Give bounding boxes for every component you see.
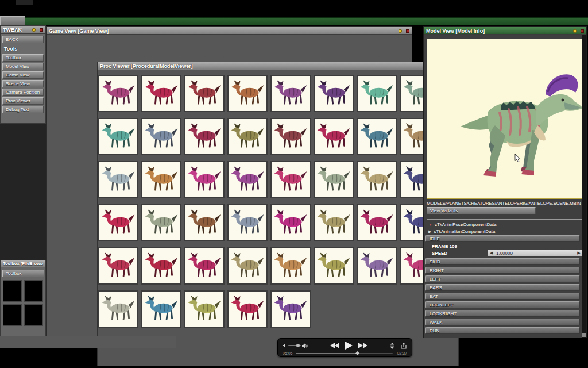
file-slot[interactable] <box>3 280 22 302</box>
creature-card[interactable] <box>141 204 181 241</box>
volume-mute-icon[interactable] <box>283 343 287 348</box>
seek-bar[interactable] <box>296 353 393 354</box>
tweak-titlebar[interactable]: TWEAK <box>1 26 45 34</box>
anim-button-idle[interactable]: IDLE <box>425 235 580 242</box>
creature-card[interactable] <box>141 75 181 112</box>
anim-button-skid[interactable]: SKID <box>425 258 580 265</box>
minimize-icon[interactable] <box>573 29 577 33</box>
detach-icon[interactable] <box>389 343 395 349</box>
corner-tab[interactable] <box>0 16 25 25</box>
creature-card[interactable] <box>184 161 225 198</box>
back-button[interactable]: BACK <box>2 36 44 43</box>
creature-card[interactable] <box>270 75 311 112</box>
fast-forward-button[interactable] <box>358 343 368 348</box>
creature-card[interactable] <box>141 161 181 198</box>
creature-card[interactable] <box>141 247 181 285</box>
creature-card[interactable] <box>98 247 138 285</box>
game-view-titlebar[interactable]: Game View [Game View] <box>47 27 412 35</box>
seek-knob[interactable] <box>355 351 359 355</box>
toolbox-titlebar[interactable]: Toolbox [FileBrowser] <box>1 260 45 267</box>
collapse-triangle-icon[interactable]: ▼ <box>428 223 432 227</box>
spinner-decrement-icon[interactable]: ◀ <box>488 251 495 255</box>
creature-thumbnail <box>230 251 265 282</box>
creature-card[interactable] <box>357 75 397 112</box>
share-icon[interactable] <box>401 343 407 349</box>
creature-card[interactable] <box>98 118 138 155</box>
creature-card[interactable] <box>98 161 138 198</box>
toolbox-button[interactable]: Toolbox <box>2 270 44 277</box>
creature-card[interactable] <box>357 118 397 155</box>
tweak-button-scene-view[interactable]: Scene View <box>2 80 44 87</box>
anim-button-right[interactable]: RIGHT <box>425 267 580 274</box>
tweak-button-toolbox[interactable]: Toolbox <box>2 54 44 62</box>
creature-card[interactable] <box>98 204 138 241</box>
creature-card[interactable] <box>314 75 354 112</box>
play-button[interactable] <box>345 342 353 350</box>
view-variants-button[interactable]: View Variants <box>427 207 536 214</box>
proc-viewer-titlebar[interactable]: Proc Viewer [ProceduralModelViewer] <box>98 62 458 70</box>
anim-button-walk[interactable]: WALK <box>425 319 580 325</box>
creature-card[interactable] <box>357 161 397 198</box>
volume-slider[interactable] <box>288 345 301 346</box>
tweak-button-debug-text[interactable]: Debug Text <box>2 106 44 113</box>
creature-card[interactable] <box>270 290 311 328</box>
creature-card[interactable] <box>314 161 354 198</box>
rewind-button[interactable] <box>330 343 339 348</box>
anim-button-run[interactable]: RUN <box>425 327 580 334</box>
creature-card[interactable] <box>184 118 225 155</box>
component-row-animpose[interactable]: ▼ cTkAnimPoseComponentData <box>428 222 578 227</box>
creature-card[interactable] <box>270 204 311 241</box>
creature-card[interactable] <box>270 161 311 198</box>
minimize-icon[interactable] <box>399 29 402 33</box>
close-icon[interactable] <box>581 29 584 33</box>
creature-card[interactable] <box>227 118 268 155</box>
minimize-icon[interactable] <box>32 28 36 32</box>
creature-card[interactable] <box>314 204 354 241</box>
anim-button-left[interactable]: LEFT <box>425 275 580 282</box>
creature-card[interactable] <box>357 247 397 285</box>
anim-button-lookleft[interactable]: LOOKLEFT <box>425 301 580 308</box>
creature-card[interactable] <box>270 247 311 285</box>
anim-button-eat[interactable]: EAT <box>425 293 580 300</box>
creature-card[interactable] <box>357 204 397 241</box>
resize-grip[interactable] <box>582 334 586 337</box>
creature-thumbnail <box>273 164 308 195</box>
scrollbar-track[interactable] <box>582 35 586 338</box>
creature-card[interactable] <box>314 118 354 155</box>
creature-thumbnail <box>359 121 394 152</box>
anim-button-ears[interactable]: EARS <box>425 284 580 291</box>
file-slot[interactable] <box>3 304 22 326</box>
volume-knob[interactable] <box>296 344 300 347</box>
creature-card[interactable] <box>270 118 311 155</box>
model-viewport[interactable] <box>427 39 583 199</box>
creature-card[interactable] <box>184 204 225 241</box>
close-icon[interactable] <box>40 28 43 32</box>
tweak-button-game-view[interactable]: Game View <box>2 71 44 79</box>
creature-card[interactable] <box>227 290 268 328</box>
file-slot[interactable] <box>24 304 43 326</box>
tweak-button-model-view[interactable]: Model View <box>2 63 44 70</box>
anim-button-lookright[interactable]: LOOKRIGHT <box>425 310 580 317</box>
model-view-titlebar[interactable]: Model View [Model Info] <box>424 27 586 35</box>
creature-card[interactable] <box>184 290 225 328</box>
creature-card[interactable] <box>98 75 138 112</box>
tweak-button-proc-viewer[interactable]: Proc Viewer <box>2 97 44 105</box>
creature-card[interactable] <box>184 75 225 112</box>
creature-card[interactable] <box>98 290 138 328</box>
creature-card[interactable] <box>184 247 225 285</box>
creature-card[interactable] <box>141 118 181 155</box>
creature-card[interactable] <box>314 247 354 285</box>
empty-dock-area <box>0 124 46 260</box>
creature-card[interactable] <box>227 75 268 112</box>
speed-spinner[interactable]: ◀ 1.00000 ▶ <box>488 250 583 256</box>
expand-triangle-icon[interactable]: ▶ <box>428 229 431 234</box>
creature-card[interactable] <box>227 247 268 285</box>
component-row-animation[interactable]: ▶ cTkAnimationComponentData <box>428 229 578 234</box>
close-icon[interactable] <box>406 29 409 33</box>
file-slot[interactable] <box>24 280 43 302</box>
volume-max-icon[interactable] <box>302 343 308 348</box>
creature-card[interactable] <box>227 161 268 198</box>
creature-card[interactable] <box>141 290 181 328</box>
creature-card[interactable] <box>227 204 268 241</box>
tweak-button-camera-position[interactable]: Camera Position <box>2 89 44 96</box>
